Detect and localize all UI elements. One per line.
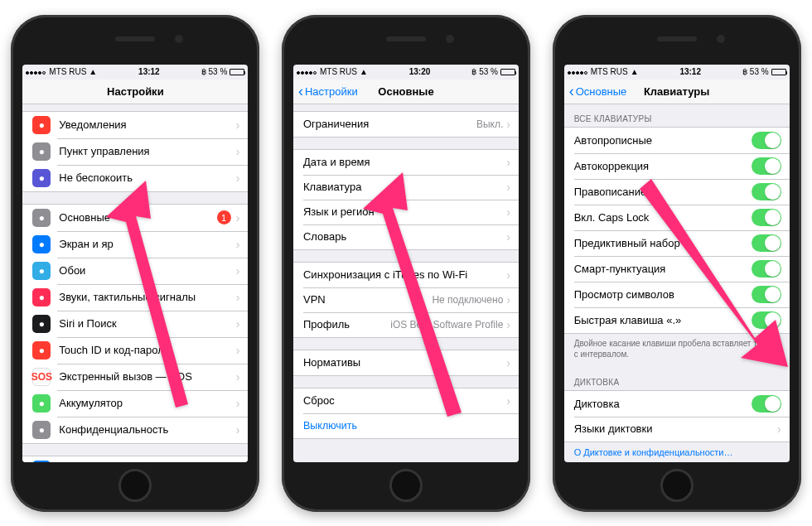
- row-label: Конфиденциальность: [59, 423, 235, 436]
- settings-row[interactable]: Предиктивный набор: [564, 230, 790, 256]
- row-label: Touch ID и код-пароль: [59, 344, 235, 356]
- home-button[interactable]: [118, 469, 152, 502]
- battery-icon: ●: [32, 394, 51, 413]
- settings-row-sound-icon[interactable]: ●Звуки, тактильные сигналы›: [22, 284, 248, 311]
- settings-row-sos-icon[interactable]: SOSЭкстренный вызов — SOS›: [22, 364, 248, 390]
- clock: 13:12: [679, 67, 701, 76]
- battery-pct: 53 %: [750, 67, 769, 76]
- settings-row[interactable]: Языки диктовки›: [564, 417, 790, 442]
- wifi-icon: ▲: [89, 67, 97, 76]
- settings-row-moon-icon[interactable]: ●Не беспокоить›: [22, 165, 248, 191]
- row-label: Нормативы: [303, 356, 506, 369]
- appstore-icon: ●: [32, 461, 51, 462]
- toggle-switch[interactable]: [752, 132, 781, 149]
- settings-row[interactable]: Просмотр символов: [564, 282, 790, 307]
- settings-row[interactable]: ПрофильiOS Beta Software Profile›: [293, 312, 519, 337]
- toggle-switch[interactable]: [752, 311, 781, 329]
- settings-row-hand-icon[interactable]: ●Конфиденциальность›: [22, 417, 248, 443]
- toggle-switch[interactable]: [752, 183, 781, 200]
- settings-row[interactable]: Вкл. Caps Lock: [564, 205, 790, 230]
- chevron-right-icon: ›: [236, 238, 240, 251]
- section-header: ВСЕ КЛАВИАТУРЫ: [564, 111, 790, 127]
- settings-row[interactable]: Быстрая клавиша «.»: [564, 307, 790, 333]
- chevron-right-icon: ›: [236, 317, 240, 331]
- toggle-switch[interactable]: [752, 234, 781, 252]
- row-label: Не беспокоить: [59, 171, 235, 184]
- row-label: Сброс: [303, 394, 506, 407]
- badge: 1: [217, 210, 231, 224]
- row-label: Язык и регион: [303, 205, 506, 218]
- row-label: Профиль: [303, 318, 390, 331]
- signal-icon: [568, 67, 588, 76]
- settings-row[interactable]: Правописание: [564, 179, 790, 205]
- settings-row[interactable]: Смарт-пунктуация: [564, 256, 790, 282]
- home-button[interactable]: [660, 469, 694, 502]
- signal-icon: [297, 67, 317, 76]
- toggle-switch[interactable]: [752, 286, 781, 303]
- row-label: Словарь: [303, 230, 506, 243]
- settings-row[interactable]: Синхронизация с iTunes по Wi-Fi›: [293, 263, 519, 287]
- section-footer: Двойное касание клавиши пробела вставляе…: [564, 334, 790, 363]
- settings-row-appstore-icon[interactable]: ●iTunes Store и App Store›: [22, 456, 248, 462]
- chevron-right-icon: ›: [506, 394, 510, 408]
- settings-row[interactable]: Дата и время›: [293, 150, 519, 175]
- carrier-label: MTS RUS: [49, 67, 86, 76]
- chevron-right-icon: ›: [506, 156, 510, 169]
- settings-row[interactable]: Выключить: [293, 413, 519, 438]
- toggle-switch[interactable]: [752, 395, 781, 413]
- toggle-switch[interactable]: [752, 157, 781, 175]
- chevron-right-icon: ›: [506, 318, 510, 331]
- row-label: Смарт-пунктуация: [574, 263, 752, 275]
- settings-row[interactable]: Словарь›: [293, 224, 519, 249]
- privacy-link[interactable]: О Диктовке и конфиденциальности…: [574, 446, 780, 458]
- clock: 13:12: [138, 67, 160, 76]
- settings-row[interactable]: Клавиатура›: [293, 175, 519, 200]
- settings-row-toggles-icon[interactable]: ●Пункт управления›: [22, 138, 248, 165]
- page-title: Основные: [293, 85, 519, 98]
- chevron-right-icon: ›: [506, 181, 510, 194]
- flower-icon: ●: [32, 262, 51, 280]
- clock: 13:20: [409, 67, 431, 76]
- settings-row-fingerprint-icon[interactable]: ●Touch ID и код-пароль›: [22, 337, 248, 364]
- settings-row[interactable]: Автопрописные: [564, 128, 790, 153]
- bluetooth-icon: ฿: [742, 67, 747, 76]
- toggle-switch[interactable]: [752, 260, 781, 277]
- chevron-right-icon: ›: [506, 230, 510, 244]
- row-label: Выключить: [303, 420, 357, 432]
- text-size-icon: ●: [32, 235, 51, 253]
- wifi-icon: ▲: [360, 67, 368, 76]
- settings-row[interactable]: Нормативы›: [293, 350, 519, 375]
- settings-row[interactable]: ОграниченияВыкл.›: [293, 112, 519, 137]
- fingerprint-icon: ●: [32, 341, 51, 360]
- toggle-switch[interactable]: [752, 209, 781, 226]
- row-label: Основные: [59, 211, 216, 224]
- carrier-label: MTS RUS: [320, 67, 357, 76]
- settings-row-gear-icon[interactable]: ●Основные1›: [22, 205, 248, 231]
- settings-row[interactable]: Автокоррекция: [564, 153, 790, 179]
- battery-icon: [230, 69, 244, 75]
- settings-row-flower-icon[interactable]: ●Обои›: [22, 258, 248, 284]
- battery-icon: [500, 69, 515, 75]
- chevron-right-icon: ›: [777, 422, 781, 436]
- settings-row[interactable]: Сброс›: [293, 388, 519, 413]
- gear-icon: ●: [32, 209, 51, 227]
- settings-row-text-size-icon[interactable]: ●Экран и яр›: [22, 231, 248, 258]
- chevron-right-icon: ›: [236, 118, 240, 132]
- wifi-icon: ▲: [631, 67, 639, 76]
- settings-row-battery-icon[interactable]: ●Аккумулятор›: [22, 390, 248, 417]
- siri-icon: ●: [32, 315, 51, 333]
- row-label: Звуки, тактильные сигналы: [59, 291, 235, 303]
- hand-icon: ●: [32, 421, 51, 439]
- chevron-right-icon: ›: [506, 205, 510, 219]
- row-label: Пункт управления: [59, 145, 235, 157]
- settings-row[interactable]: VPNНе подключено›: [293, 287, 519, 312]
- row-label: Просмотр символов: [574, 288, 752, 301]
- battery-pct: 53 %: [479, 67, 498, 76]
- settings-row[interactable]: Диктовка: [564, 391, 790, 417]
- home-button[interactable]: [389, 469, 423, 502]
- settings-row-siri-icon[interactable]: ●Siri и Поиск›: [22, 311, 248, 337]
- row-label: Диктовка: [574, 398, 752, 410]
- settings-row-bell-icon[interactable]: ●Уведомления›: [22, 112, 248, 138]
- settings-row[interactable]: Язык и регион›: [293, 200, 519, 224]
- chevron-right-icon: ›: [236, 211, 240, 224]
